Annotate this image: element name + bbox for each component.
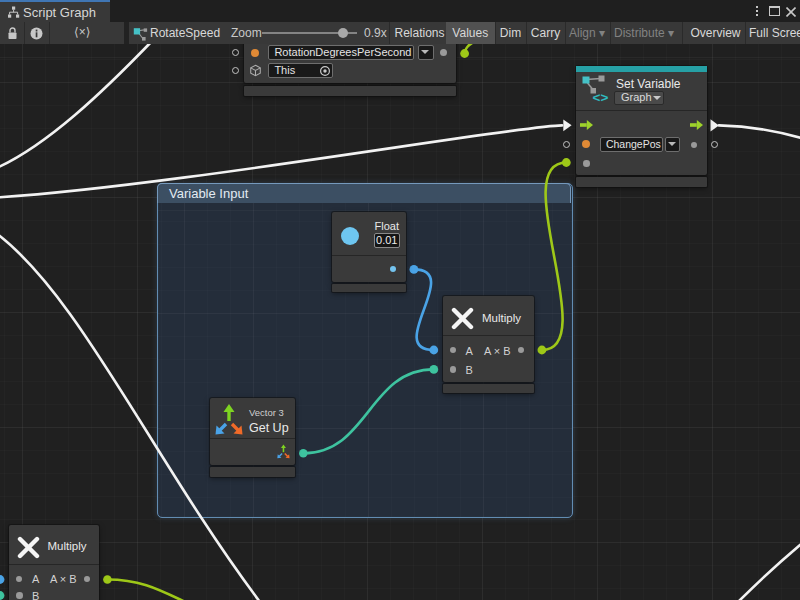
- svg-text:<>: <>: [592, 90, 608, 104]
